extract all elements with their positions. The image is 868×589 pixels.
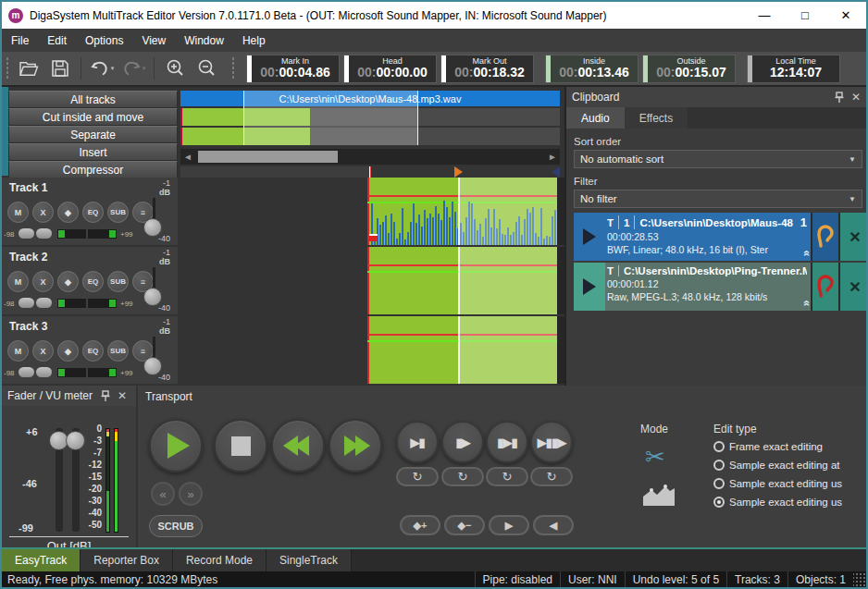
- clipboard-item[interactable]: T 1 C:\Users\nin\Desktop\Maus-48 1 00:00…: [574, 213, 868, 261]
- menu-file[interactable]: File: [2, 29, 38, 52]
- remove-marker-button[interactable]: ◆−: [444, 515, 485, 535]
- marker-button[interactable]: ◆: [57, 202, 79, 223]
- loop-button[interactable]: ↻: [530, 467, 573, 486]
- menu-help[interactable]: Help: [233, 29, 275, 52]
- track-waveform-area[interactable]: [178, 178, 557, 245]
- undo-button[interactable]: ▾: [88, 55, 116, 81]
- skip-forward-button[interactable]: »: [179, 482, 203, 506]
- menu-view[interactable]: View: [132, 29, 175, 52]
- track-vertical-scrollbar[interactable]: [557, 247, 564, 314]
- audio-clip[interactable]: [367, 247, 557, 314]
- menu-edit[interactable]: Edit: [38, 29, 76, 52]
- mute-button[interactable]: M: [7, 202, 29, 223]
- eq-button[interactable]: EQ: [82, 271, 104, 292]
- play-button[interactable]: [149, 419, 203, 472]
- sub-button[interactable]: SUB: [107, 340, 129, 362]
- fast-forward-button[interactable]: [329, 419, 382, 472]
- tab-reporter-box[interactable]: Reporter Box: [81, 549, 173, 571]
- play-item-button[interactable]: [574, 263, 605, 311]
- pin-icon[interactable]: [97, 390, 114, 401]
- rewind-button[interactable]: [271, 419, 325, 472]
- audio-clip[interactable]: [367, 178, 557, 245]
- scrub-button[interactable]: SCRUB: [149, 515, 203, 537]
- close-panel-icon[interactable]: ✕: [114, 389, 130, 402]
- menu-window[interactable]: Window: [175, 29, 233, 52]
- tab-record-mode[interactable]: Record Mode: [173, 549, 267, 571]
- track-waveform-area[interactable]: [178, 316, 557, 384]
- collapse-icon[interactable]: »: [800, 302, 811, 307]
- toolbar-grip[interactable]: [231, 56, 235, 80]
- collapse-icon[interactable]: »: [800, 252, 811, 257]
- cut-inside-and-move-button[interactable]: Cut inside and move: [8, 108, 178, 126]
- audio-clip[interactable]: [367, 316, 557, 384]
- edit-type-option[interactable]: Frame exact editing: [713, 441, 823, 452]
- clip-envelope-line[interactable]: [367, 340, 557, 342]
- stop-button[interactable]: [214, 419, 267, 472]
- tab-singletrack[interactable]: SingleTrack: [267, 549, 352, 571]
- prev-marker-button[interactable]: ◀: [533, 515, 574, 535]
- scroll-left-icon[interactable]: ◄: [183, 152, 192, 162]
- end-triangle-icon[interactable]: [552, 166, 560, 178]
- overview-scrollbar[interactable]: ◄ ►: [180, 149, 560, 165]
- loop-button[interactable]: ↻: [396, 467, 439, 486]
- resize-grip[interactable]: [853, 571, 866, 587]
- all-tracks-button[interactable]: All tracks: [8, 91, 178, 108]
- overview-file-bar[interactable]: C:\Users\nin\Desktop\Maus-48.mp3.wav: [180, 91, 560, 106]
- skip-back-button[interactable]: «: [151, 482, 175, 506]
- track-fader-knob[interactable]: [143, 218, 162, 237]
- sub-button[interactable]: SUB: [107, 202, 129, 223]
- tab-effects[interactable]: Effects: [625, 107, 688, 129]
- play-item-button[interactable]: [574, 213, 605, 261]
- pan-button-right[interactable]: [36, 298, 52, 308]
- pan-button-right[interactable]: [36, 228, 52, 239]
- pan-button-left[interactable]: [19, 298, 34, 308]
- clip-envelope-line[interactable]: [367, 271, 557, 273]
- envelope-mode-icon[interactable]: [642, 484, 676, 508]
- mark-triangle-icon[interactable]: [454, 166, 463, 178]
- play-from-mark-in-button[interactable]: ▮▶: [441, 421, 484, 463]
- track-vertical-scrollbar[interactable]: [557, 178, 564, 245]
- prelisten-button[interactable]: [811, 263, 838, 311]
- scissors-mode-icon[interactable]: ✂: [645, 443, 665, 472]
- eq-button[interactable]: EQ: [82, 340, 104, 362]
- track-waveform-area[interactable]: [178, 247, 557, 314]
- tab-easytrack[interactable]: EasyTrack: [2, 549, 81, 571]
- cut-button[interactable]: X: [32, 202, 54, 223]
- tab-audio[interactable]: Audio: [566, 107, 625, 129]
- track-vertical-scrollbar[interactable]: [557, 316, 564, 384]
- pin-icon[interactable]: [831, 92, 848, 103]
- remove-item-button[interactable]: ✕: [838, 263, 868, 311]
- prelisten-button[interactable]: [811, 213, 838, 261]
- marker-button[interactable]: ◆: [57, 340, 79, 362]
- clip-start-marker[interactable]: [369, 234, 378, 241]
- track-fader-knob[interactable]: [143, 357, 162, 375]
- zoom-out-button[interactable]: [192, 55, 220, 81]
- pan-button-left[interactable]: [19, 367, 34, 377]
- minimize-button[interactable]: —: [744, 2, 785, 29]
- next-marker-button[interactable]: ▶: [489, 515, 529, 535]
- edit-type-option[interactable]: Sample exact editing us: [713, 478, 842, 489]
- overview-track-2[interactable]: [180, 108, 560, 126]
- zoom-in-button[interactable]: [161, 55, 189, 81]
- eq-button[interactable]: EQ: [82, 202, 104, 223]
- sort-order-select[interactable]: No automatic sort ▼: [574, 150, 862, 168]
- compressor-button[interactable]: Compressor: [8, 161, 178, 178]
- sub-button[interactable]: SUB: [107, 271, 129, 292]
- edit-type-option[interactable]: Sample exact editing us: [713, 497, 842, 508]
- menu-options[interactable]: Options: [76, 29, 132, 52]
- playhead-marker[interactable]: [369, 166, 371, 178]
- save-button[interactable]: [46, 55, 74, 81]
- toolbar-grip[interactable]: [6, 56, 9, 80]
- cut-button[interactable]: X: [32, 271, 54, 292]
- mute-button[interactable]: M: [7, 340, 29, 362]
- pan-button-right[interactable]: [36, 367, 52, 377]
- close-panel-icon[interactable]: ✕: [848, 91, 864, 104]
- overview-track-3[interactable]: [180, 128, 560, 145]
- maximize-button[interactable]: □: [785, 2, 825, 29]
- track-fader-knob[interactable]: [143, 288, 162, 306]
- undo-dropdown-caret[interactable]: ▾: [111, 65, 115, 72]
- open-button[interactable]: [15, 55, 43, 81]
- timeline-ruler[interactable]: [180, 166, 560, 178]
- marker-button[interactable]: ◆: [57, 271, 79, 292]
- play-inside-button[interactable]: ▮▶▮: [486, 421, 528, 463]
